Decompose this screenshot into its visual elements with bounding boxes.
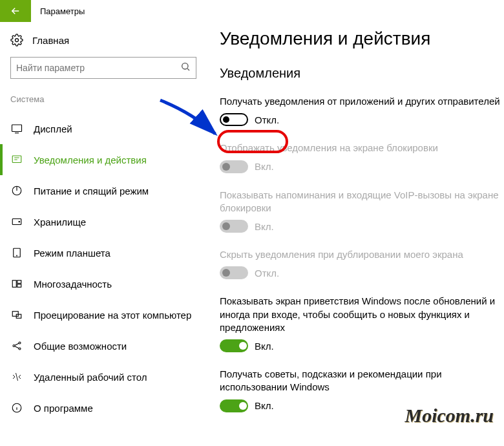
svg-rect-11 <box>17 284 21 288</box>
sidebar-item-about[interactable]: О программе <box>10 392 196 423</box>
sidebar-item-multitasking[interactable]: Многозадачность <box>10 268 196 299</box>
display-icon <box>10 122 23 135</box>
setting-label: Отображать уведомления на экране блокиро… <box>220 142 500 154</box>
back-button[interactable] <box>0 0 31 22</box>
toggle-state: Вкл. <box>255 221 274 232</box>
storage-icon <box>10 215 23 228</box>
svg-point-0 <box>16 39 19 42</box>
setting-label: Показывать экран приветствия Windows пос… <box>220 295 500 334</box>
setting-label: Получать советы, подсказки и рекомендаци… <box>220 368 500 394</box>
toggle-voip-reminders[interactable] <box>220 220 248 233</box>
tablet-icon <box>10 246 23 259</box>
sidebar-item-label: Режим планшета <box>34 248 110 259</box>
sidebar-item-label: Многозадачность <box>34 279 112 290</box>
toggle-lockscreen-notifications[interactable] <box>220 160 248 173</box>
sidebar-item-notifications[interactable]: Уведомления и действия <box>0 144 196 175</box>
setting-label: Скрыть уведомления при дублировании моег… <box>220 248 500 261</box>
setting-voip-reminders: Показывать напоминания и входящие VoIP-в… <box>220 189 500 233</box>
toggle-welcome-screen[interactable] <box>220 339 248 352</box>
toggle-tips[interactable] <box>220 399 248 412</box>
page-title: Уведомления и действия <box>220 28 500 49</box>
sidebar-item-display[interactable]: Дисплей <box>10 113 196 144</box>
sidebar-item-projecting[interactable]: Проецирование на этот компьютер <box>10 299 196 330</box>
shared-icon <box>10 339 23 352</box>
search-box[interactable] <box>10 57 196 79</box>
sidebar-item-label: Питание и спящий режим <box>34 186 149 196</box>
sidebar-item-label: Проецирование на этот компьютер <box>34 310 191 321</box>
sidebar-section-title: Система <box>10 94 196 104</box>
svg-rect-3 <box>12 156 21 163</box>
setting-welcome-screen: Показывать экран приветствия Windows пос… <box>220 295 500 352</box>
sidebar-home-label: Главная <box>32 35 69 46</box>
svg-point-14 <box>13 345 15 347</box>
notifications-icon <box>10 153 23 166</box>
toggle-get-notifications[interactable] <box>220 113 248 126</box>
info-icon <box>10 401 23 414</box>
sidebar-home[interactable]: Главная <box>10 28 196 57</box>
toggle-state: Вкл. <box>255 400 274 411</box>
search-icon <box>180 61 191 74</box>
projecting-icon <box>10 308 23 321</box>
sidebar-item-label: О программе <box>34 403 93 414</box>
search-input[interactable] <box>16 63 180 73</box>
toggle-hide-duplicating[interactable] <box>220 266 248 279</box>
svg-point-1 <box>182 63 188 69</box>
watermark: Moicom.ru <box>404 405 494 427</box>
svg-rect-10 <box>17 281 21 284</box>
svg-point-16 <box>19 348 21 350</box>
svg-point-8 <box>17 255 17 256</box>
sidebar: Главная Система Дисплей Уведомления и де… <box>0 28 207 428</box>
main-panel: Уведомления и действия Уведомления Получ… <box>207 28 504 428</box>
sidebar-item-label: Общие возможности <box>34 341 127 352</box>
sidebar-item-label: Дисплей <box>34 123 72 134</box>
sidebar-item-label: Удаленный рабочий стол <box>34 372 147 383</box>
sidebar-item-shared[interactable]: Общие возможности <box>10 330 196 361</box>
multitasking-icon <box>10 277 23 290</box>
window-title: Параметры <box>31 6 85 16</box>
toggle-state: Откл. <box>255 268 279 279</box>
remote-icon <box>10 370 23 383</box>
sidebar-item-storage[interactable]: Хранилище <box>10 206 196 237</box>
power-icon <box>10 184 23 197</box>
setting-lockscreen-notifications: Отображать уведомления на экране блокиро… <box>220 142 500 173</box>
svg-point-6 <box>19 221 20 222</box>
sidebar-item-remote[interactable]: Удаленный рабочий стол <box>10 361 196 392</box>
toggle-state: Вкл. <box>255 161 274 172</box>
gear-icon <box>10 34 23 47</box>
setting-get-notifications: Получать уведомления от приложений и дру… <box>220 95 500 126</box>
titlebar: Параметры <box>0 0 504 22</box>
svg-rect-12 <box>12 312 18 317</box>
setting-label: Показывать напоминания и входящие VoIP-в… <box>220 189 500 215</box>
sidebar-item-tablet[interactable]: Режим планшета <box>10 237 196 268</box>
toggle-state: Откл. <box>255 114 279 125</box>
sidebar-item-label: Уведомления и действия <box>34 154 147 165</box>
svg-rect-9 <box>12 281 16 288</box>
sidebar-item-power[interactable]: Питание и спящий режим <box>10 175 196 206</box>
section-heading: Уведомления <box>220 66 500 81</box>
toggle-state: Вкл. <box>255 341 274 352</box>
setting-label: Получать уведомления от приложений и дру… <box>220 95 500 108</box>
sidebar-item-label: Хранилище <box>34 217 86 228</box>
setting-hide-duplicating: Скрыть уведомления при дублировании моег… <box>220 248 500 279</box>
svg-point-15 <box>19 342 21 344</box>
svg-rect-2 <box>12 125 22 132</box>
